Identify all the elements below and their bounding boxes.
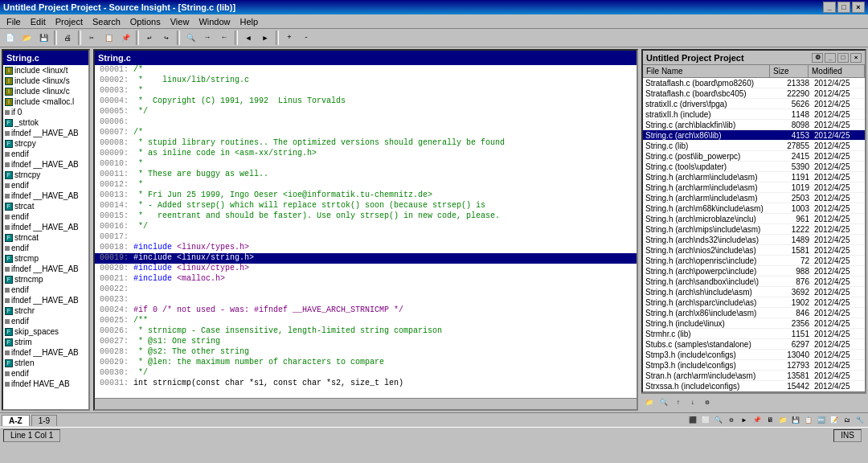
- file-list-row[interactable]: String.c (arch\blackfin\lib)80982012/4/2…: [643, 120, 865, 130]
- project-minimize-button[interactable]: _: [825, 53, 836, 63]
- bottom-tb-2[interactable]: ⬜: [699, 415, 712, 426]
- menu-view[interactable]: View: [166, 15, 194, 28]
- symbol-item[interactable]: Iinclude <malloc.l: [3, 96, 88, 107]
- file-list-row[interactable]: String.h (arch\nds32\include\as)14892012…: [643, 235, 865, 245]
- code-line[interactable]: 00022:: [95, 285, 637, 295]
- file-list-row[interactable]: String.h (arch\openrisc\include)722012/4…: [643, 256, 865, 266]
- bottom-tb-13[interactable]: 🗂: [841, 415, 854, 426]
- bottom-tb-8[interactable]: 📁: [776, 415, 789, 426]
- bottom-tb-4[interactable]: ⚙: [725, 415, 738, 426]
- bottom-tb-3[interactable]: 🔍: [712, 415, 725, 426]
- back-button[interactable]: ◀: [240, 31, 256, 45]
- file-list-row[interactable]: Stubs.c (samples\standalone)62972012/4/2…: [643, 339, 865, 350]
- symbol-item[interactable]: F strncmp: [3, 274, 88, 285]
- project-maximize-button[interactable]: □: [837, 53, 849, 63]
- code-line[interactable]: 00003: *: [95, 86, 637, 96]
- symbol-item[interactable]: ifndef __HAVE_AB: [3, 191, 88, 201]
- code-line[interactable]: 00031:int strnicmp(const char *s1, const…: [95, 379, 637, 389]
- symbol-item[interactable]: ifndef __HAVE_AB: [3, 347, 88, 358]
- bottom-tb-1[interactable]: ⬛: [686, 415, 699, 426]
- rp-tb-btn1[interactable]: 📁: [643, 396, 656, 409]
- symbol-item[interactable]: F strchr: [3, 305, 88, 316]
- code-line[interactable]: 00023:: [95, 295, 637, 305]
- bottom-tb-9[interactable]: 💾: [789, 415, 802, 426]
- code-line[interactable]: 00011: * These are buggy as well..: [95, 170, 637, 180]
- file-list-row[interactable]: String.h (arch\x86\include\asm)8462012/4…: [643, 308, 865, 318]
- code-line[interactable]: 00020:#include <linux/ctype.h>: [95, 264, 637, 274]
- size-header[interactable]: Size: [770, 65, 809, 77]
- symbol-item[interactable]: if 0: [3, 107, 88, 117]
- symbol-item[interactable]: F strcmp: [3, 253, 88, 264]
- symbol-item[interactable]: ifndef __HAVE_AB: [3, 222, 88, 232]
- code-line[interactable]: 00002: * linux/lib/string.c: [95, 76, 637, 86]
- menu-search[interactable]: Search: [88, 15, 125, 28]
- bottom-tb-11[interactable]: 🔤: [815, 415, 828, 426]
- file-list-row[interactable]: String.c (tools\updater)53902012/4/25: [643, 162, 865, 172]
- project-options-button[interactable]: ⚙: [812, 53, 823, 63]
- code-line[interactable]: 00025:/**: [95, 316, 637, 326]
- symbol-list[interactable]: Iinclude <linux/tIinclude <linux/sIinclu…: [3, 65, 88, 409]
- symbol-item[interactable]: F skip_spaces: [3, 326, 88, 337]
- file-list-row[interactable]: String.h (include\linux)23562012/4/25: [643, 318, 865, 329]
- file-list-row[interactable]: String.h (arch\m68k\include\asm)10032012…: [643, 203, 865, 214]
- project-title-buttons[interactable]: ⚙ _ □ ×: [812, 53, 862, 63]
- rp-tb-btn4[interactable]: ↓: [686, 396, 699, 409]
- modified-header[interactable]: Modified: [809, 65, 865, 77]
- new-button[interactable]: 📄: [2, 31, 18, 45]
- bottom-tb-7[interactable]: 🖥: [764, 415, 776, 426]
- file-list-row[interactable]: String.c (post\lib_powerpc)24152012/4/25: [643, 151, 865, 162]
- redo-button[interactable]: ↪: [158, 31, 174, 45]
- code-line[interactable]: 00004: * Copyright (C) 1991, 1992 Linus …: [95, 96, 637, 107]
- project-close-button[interactable]: ×: [850, 53, 862, 63]
- print-button[interactable]: 🖨: [59, 31, 76, 45]
- code-line[interactable]: 00013: * Fri Jun 25 1999, Ingo Oeser <io…: [95, 191, 637, 201]
- code-line[interactable]: 00008: * stupid library routines.. The o…: [95, 138, 637, 149]
- rp-tb-btn3[interactable]: ↑: [672, 396, 685, 409]
- symbol-item[interactable]: ifndef __HAVE_AB: [3, 128, 88, 138]
- save-button[interactable]: 💾: [35, 31, 51, 45]
- file-list-row[interactable]: String.h (arch\sh\include\asm)36922012/4…: [643, 287, 865, 297]
- code-line[interactable]: 00030: */: [95, 368, 637, 379]
- code-view[interactable]: 00001:/*00002: * linux/lib/string.c00003…: [95, 65, 637, 398]
- symbol-item[interactable]: endif: [3, 180, 88, 191]
- code-line[interactable]: 00024:#if 0 /* not used - was: #ifndef _…: [95, 305, 637, 316]
- code-line[interactable]: 00015: * reentrant and should be faster)…: [95, 211, 637, 222]
- zoom-out-button[interactable]: -: [298, 31, 314, 45]
- maximize-button[interactable]: □: [837, 2, 850, 13]
- undo-button[interactable]: ↩: [141, 31, 158, 45]
- menu-options[interactable]: Options: [125, 15, 166, 28]
- zoom-in-button[interactable]: +: [281, 31, 297, 45]
- code-line[interactable]: 00026: * strnicmp - Case insensitive, le…: [95, 326, 637, 337]
- file-list[interactable]: Strataflash.c (board\pmo8260)213382012/4…: [643, 78, 865, 391]
- title-buttons[interactable]: _ □ ×: [823, 2, 865, 13]
- file-list-row[interactable]: Strataflash.c (board\pmo8260)213382012/4…: [643, 78, 865, 88]
- file-list-row[interactable]: stratixII.h (include)11482012/4/25: [643, 109, 865, 120]
- rp-tb-btn5[interactable]: ⚙: [701, 396, 714, 409]
- symbol-item[interactable]: endif: [3, 316, 88, 326]
- open-button[interactable]: 📂: [18, 31, 35, 45]
- code-line[interactable]: 00014: * - Added strsep() which will rep…: [95, 201, 637, 211]
- file-list-row[interactable]: Strmhr.c (lib)11512012/4/25: [643, 329, 865, 339]
- file-list-row[interactable]: String.h (arch\sparc\include\as)19022012…: [643, 297, 865, 308]
- find-next-button[interactable]: →: [199, 31, 215, 45]
- copy-button[interactable]: 📋: [100, 31, 117, 45]
- file-list-row[interactable]: Strataflash.c (board\sbc405)222902012/4/…: [643, 88, 865, 99]
- menu-project[interactable]: Project: [51, 15, 88, 28]
- symbol-item[interactable]: ifndef __HAVE_AB: [3, 159, 88, 170]
- find-button[interactable]: 🔍: [182, 31, 199, 45]
- file-list-row[interactable]: String.c (arch\x86\lib)41532012/4/25: [643, 130, 865, 141]
- cut-button[interactable]: ✂: [84, 31, 100, 45]
- paste-button[interactable]: 📌: [117, 31, 133, 45]
- symbol-item[interactable]: Iinclude <linux/c: [3, 86, 88, 96]
- symbol-item[interactable]: Iinclude <linux/s: [3, 76, 88, 86]
- find-prev-button[interactable]: ←: [216, 31, 232, 45]
- minimize-button[interactable]: _: [823, 2, 836, 13]
- symbol-item[interactable]: endif: [3, 285, 88, 295]
- symbol-item[interactable]: ifndef __HAVE_AB: [3, 264, 88, 274]
- symbol-item[interactable]: F strlen: [3, 358, 88, 368]
- code-line[interactable]: 00027: * @s1: One string: [95, 337, 637, 347]
- symbol-item[interactable]: F strncpy: [3, 170, 88, 180]
- code-line[interactable]: 00017:: [95, 232, 637, 243]
- bottom-tb-6[interactable]: 📌: [751, 415, 764, 426]
- file-list-row[interactable]: Stran.h (arch\arm\include\asm)135812012/…: [643, 371, 865, 381]
